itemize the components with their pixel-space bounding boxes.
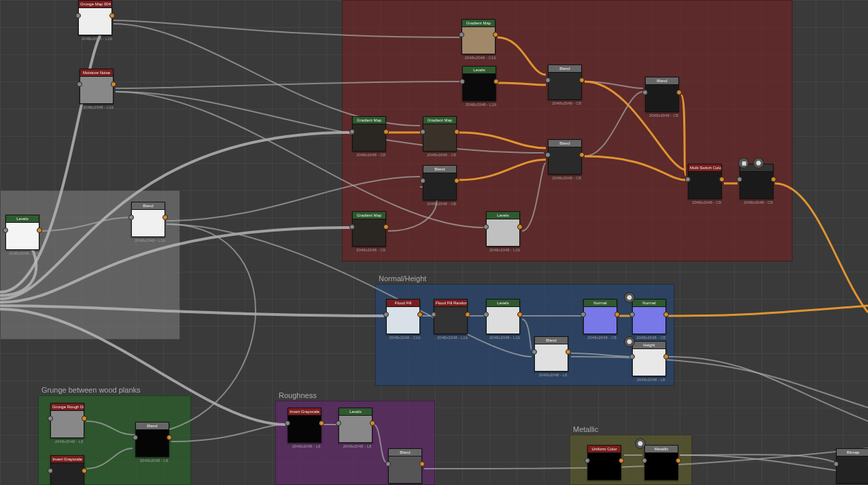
input-port[interactable] bbox=[3, 228, 8, 233]
output-port[interactable] bbox=[454, 129, 459, 134]
input-port[interactable] bbox=[642, 90, 648, 95]
output-port[interactable] bbox=[719, 177, 725, 182]
output-port[interactable] bbox=[663, 354, 669, 359]
node-levels2[interactable]: Levels bbox=[462, 66, 496, 101]
node-blend_gray[interactable]: Blend bbox=[131, 202, 165, 237]
output-port[interactable] bbox=[517, 224, 523, 230]
input-port[interactable] bbox=[585, 458, 590, 463]
input-port[interactable] bbox=[48, 468, 53, 473]
output-port[interactable] bbox=[465, 312, 470, 317]
input-port[interactable] bbox=[385, 461, 391, 467]
input-port[interactable] bbox=[459, 79, 465, 84]
output-port[interactable] bbox=[493, 79, 499, 84]
output-port[interactable] bbox=[517, 312, 523, 317]
node-blend_r1[interactable]: Blend bbox=[548, 65, 582, 100]
node-levels4[interactable]: Levels bbox=[486, 299, 520, 334]
input-port[interactable] bbox=[483, 224, 489, 230]
input-port[interactable] bbox=[685, 177, 691, 182]
output-port[interactable] bbox=[493, 32, 498, 37]
node-normal2[interactable]: Normal bbox=[632, 299, 666, 334]
output-port[interactable] bbox=[676, 90, 682, 95]
node-blend_r4[interactable]: Blend bbox=[423, 165, 457, 200]
input-port[interactable] bbox=[629, 354, 635, 359]
node-moisture[interactable]: Moisture Noise bbox=[80, 69, 114, 104]
pin-icon[interactable]: ⬣ bbox=[624, 292, 635, 303]
frame-red[interactable] bbox=[342, 0, 793, 262]
output-port[interactable] bbox=[37, 228, 42, 233]
node-blend_r3[interactable]: Blend bbox=[548, 139, 582, 175]
node-floodfill[interactable]: Flood Fill bbox=[386, 299, 420, 334]
node-levels1[interactable]: Levels bbox=[5, 215, 39, 250]
output-port[interactable] bbox=[663, 312, 669, 317]
output-port[interactable] bbox=[82, 416, 87, 421]
output-port[interactable] bbox=[417, 312, 423, 317]
output-port[interactable] bbox=[167, 435, 172, 440]
node-gradmap1[interactable]: Gradient Map bbox=[462, 19, 496, 54]
input-port[interactable] bbox=[580, 312, 586, 317]
node-blend_p1[interactable]: Blend bbox=[388, 448, 422, 484]
output-port[interactable] bbox=[383, 224, 389, 230]
input-port[interactable] bbox=[285, 420, 290, 426]
node-gradmap2[interactable]: Gradient Map bbox=[352, 116, 386, 151]
output-port[interactable] bbox=[82, 468, 87, 473]
node-bitmap[interactable]: Bitmap bbox=[836, 448, 868, 484]
input-port[interactable] bbox=[420, 129, 426, 134]
node-grungerd[interactable]: Grunge Rough Dirty bbox=[50, 403, 84, 438]
input-port[interactable] bbox=[459, 32, 464, 37]
input-port[interactable] bbox=[75, 13, 81, 18]
node-height[interactable]: Height bbox=[632, 341, 666, 376]
output-port[interactable] bbox=[419, 461, 425, 467]
pin-icon[interactable]: ◼ bbox=[738, 158, 749, 168]
input-port[interactable] bbox=[383, 312, 389, 317]
input-port[interactable] bbox=[48, 416, 53, 421]
output-port[interactable] bbox=[383, 129, 389, 134]
node-blend_g1[interactable]: Blend bbox=[135, 422, 169, 457]
pin-icon[interactable]: ⬣ bbox=[635, 438, 646, 449]
output-port[interactable] bbox=[454, 178, 459, 183]
input-port[interactable] bbox=[133, 435, 138, 440]
pin-icon[interactable]: ⬣ bbox=[753, 158, 764, 168]
output-port[interactable] bbox=[771, 177, 776, 182]
node-normal1[interactable]: Normal bbox=[583, 299, 617, 334]
input-port[interactable] bbox=[532, 349, 537, 355]
node-gradmap3[interactable]: Gradient Map bbox=[423, 116, 457, 151]
output-port[interactable] bbox=[370, 420, 375, 426]
pin-icon[interactable]: ⬣ bbox=[624, 336, 635, 347]
input-port[interactable] bbox=[349, 224, 355, 230]
node-out_red[interactable] bbox=[740, 164, 774, 199]
input-port[interactable] bbox=[77, 82, 82, 87]
input-port[interactable] bbox=[336, 420, 341, 426]
output-port[interactable] bbox=[319, 420, 324, 426]
output-port[interactable] bbox=[111, 82, 116, 87]
input-port[interactable] bbox=[629, 312, 635, 317]
input-port[interactable] bbox=[737, 177, 742, 182]
node-gradmap4[interactable]: Gradient Map bbox=[352, 211, 386, 247]
output-port[interactable] bbox=[579, 77, 585, 83]
node-levels3[interactable]: Levels bbox=[486, 211, 520, 247]
node-blend_b1[interactable]: Blend bbox=[534, 336, 568, 372]
node-grunge004[interactable]: Grunge Map 004 bbox=[78, 0, 112, 35]
input-port[interactable] bbox=[431, 312, 436, 317]
node-invertg2[interactable]: Invert Grayscale bbox=[288, 408, 322, 443]
node-unicolor[interactable]: Uniform Color bbox=[587, 445, 621, 480]
input-port[interactable] bbox=[545, 152, 551, 158]
node-invertg[interactable]: Invert Grayscale bbox=[50, 455, 84, 485]
output-port[interactable] bbox=[579, 152, 585, 158]
input-port[interactable] bbox=[128, 215, 134, 220]
output-port[interactable] bbox=[109, 13, 115, 18]
node-levels5[interactable]: Levels bbox=[338, 408, 372, 443]
output-port[interactable] bbox=[566, 349, 571, 355]
node-multiswitch[interactable]: Multi Switch Color bbox=[688, 164, 722, 199]
input-port[interactable] bbox=[349, 129, 355, 134]
node-blend_r2[interactable]: Blend bbox=[645, 77, 679, 112]
input-port[interactable] bbox=[545, 77, 551, 83]
output-port[interactable] bbox=[619, 458, 624, 463]
output-port[interactable] bbox=[676, 458, 681, 463]
input-port[interactable] bbox=[642, 458, 647, 463]
output-port[interactable] bbox=[614, 312, 620, 317]
node-metallic[interactable]: Metallic bbox=[644, 445, 678, 480]
output-port[interactable] bbox=[162, 215, 168, 220]
node-floodrand[interactable]: Flood Fill Random Gr bbox=[434, 299, 468, 334]
input-port[interactable] bbox=[420, 178, 426, 183]
input-port[interactable] bbox=[483, 312, 489, 317]
